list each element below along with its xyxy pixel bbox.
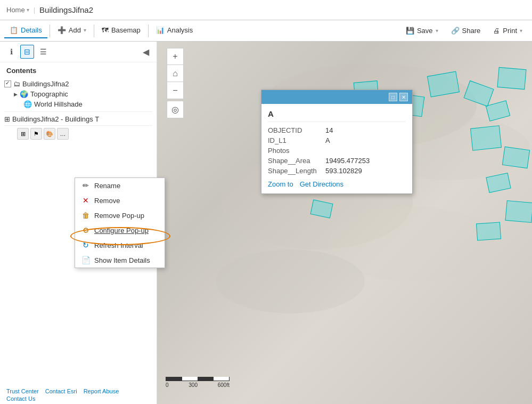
basemap-button[interactable]: 🗺 Basemap <box>96 23 146 38</box>
layer-icon-worldhillshade: 🌐 <box>23 100 32 108</box>
popup-key-photos: Photos <box>268 147 321 155</box>
popup-row-area: Shape__Area 19495.477253 <box>268 157 406 165</box>
refresh-interval-icon: ↻ <box>81 241 90 249</box>
zoom-out-icon: − <box>173 86 177 95</box>
tab-list[interactable]: ☰ <box>36 45 50 59</box>
popup-close-button[interactable]: ✕ <box>399 93 408 101</box>
details-button[interactable]: 📋 Details <box>4 23 47 38</box>
layer-item-buildingsjifna2[interactable]: 🗂 BuildingsJifna2 <box>4 79 152 89</box>
layer-icon-buildingsjifna2: 🗂 <box>13 80 20 88</box>
layer-tool-style[interactable]: 🎨 <box>44 128 55 140</box>
layer-label-buildingsjifna2: BuildingsJifna2 <box>22 80 69 88</box>
rename-icon: ✏ <box>81 181 90 190</box>
layer-tool-filter[interactable]: ⚑ <box>30 128 42 140</box>
print-icon: 🖨 <box>493 27 500 35</box>
print-button[interactable]: 🖨 Print ▾ <box>488 23 528 38</box>
ctx-remove-popup[interactable]: 🗑 Remove Pop-up <box>75 208 165 223</box>
layer-item-buildings-t[interactable]: ⊞ BuildingsJifna2 - Buildings T <box>4 114 152 124</box>
zoom-out-button[interactable]: − <box>167 82 184 99</box>
popup-links: Zoom to Get Directions <box>268 180 406 188</box>
remove-popup-icon: 🗑 <box>81 211 90 220</box>
footer-trust-center[interactable]: Trust Center <box>6 388 39 394</box>
share-button[interactable]: 🔗 Share <box>446 23 486 38</box>
top-nav: Home ▾ | BuildingsJifna2 <box>0 0 532 20</box>
sidebar-collapse-btn[interactable]: ◀ <box>140 46 152 58</box>
save-arrow: ▾ <box>436 28 438 34</box>
zoom-in-icon: + <box>173 52 177 61</box>
footer-contact-esri[interactable]: Contact Esri <box>45 388 77 394</box>
popup-key-idl1: ID_L1 <box>268 136 321 144</box>
footer-report-abuse[interactable]: Report Abuse <box>84 388 119 394</box>
basemap-icon: 🗺 <box>102 26 109 34</box>
footer-contact-us[interactable]: Contact Us <box>6 395 119 402</box>
share-label: Share <box>462 27 481 35</box>
ctx-configure-popup[interactable]: ⚙ Configure Pop-up <box>75 223 165 238</box>
layer-checkbox-buildingsjifna2[interactable] <box>4 80 11 87</box>
layer-label-topographic: Topographic <box>30 90 68 98</box>
locate-button[interactable]: ◎ <box>167 101 184 118</box>
scale-seg-3 <box>198 377 214 381</box>
toolbar-divider-1 <box>50 25 50 37</box>
remove-icon: ✕ <box>81 196 90 205</box>
add-icon: ➕ <box>58 26 66 34</box>
analysis-button[interactable]: 📊 Analysis <box>151 23 198 38</box>
locate-icon: ◎ <box>171 104 179 115</box>
popup-row-idl1: ID_L1 A <box>268 136 406 144</box>
popup-row-length: Shape__Length 593.102829 <box>268 167 406 175</box>
sidebar-tabs: ℹ ⊟ ☰ ◀ <box>0 42 157 62</box>
print-arrow: ▾ <box>520 28 522 34</box>
layer-item-topographic[interactable]: ▶ 🌍 Topographic <box>4 89 152 99</box>
print-label: Print <box>503 27 517 35</box>
layer-item-worldhillshade[interactable]: 🌐 World Hillshade <box>4 99 152 109</box>
page-title: BuildingsJifna2 <box>39 5 93 14</box>
scale-label-600: 600ft <box>218 382 230 388</box>
popup-key-area: Shape__Area <box>268 157 321 165</box>
home-link[interactable]: Home ▾ <box>6 6 29 14</box>
popup-val-length: 593.102829 <box>325 167 362 175</box>
home-label[interactable]: Home <box>6 6 25 14</box>
ctx-rename[interactable]: ✏ Rename <box>75 178 165 193</box>
scale-seg-2 <box>182 377 198 381</box>
building-7 <box>497 67 526 90</box>
toolbar-divider-2 <box>94 25 94 37</box>
add-button[interactable]: ➕ Add ▾ <box>52 23 92 38</box>
building-12 <box>470 125 502 151</box>
layer-tool-table[interactable]: ⊞ <box>17 128 29 140</box>
popup-row-photos: Photos <box>268 147 406 155</box>
layer-sub-toolbar: ⊞ ⚑ 🎨 … <box>4 125 152 142</box>
toolbar-right: 💾 Save ▾ 🔗 Share 🖨 Print ▾ <box>400 23 528 38</box>
ctx-show-item-details[interactable]: 📄 Show Item Details <box>75 253 165 268</box>
home-extent-button[interactable]: ⌂ <box>167 65 184 82</box>
zoom-to-link[interactable]: Zoom to <box>268 180 293 188</box>
ctx-remove[interactable]: ✕ Remove <box>75 193 165 208</box>
layer-icon-buildings-t: ⊞ <box>4 115 10 123</box>
save-button[interactable]: 💾 Save ▾ <box>400 23 444 38</box>
show-item-details-icon: 📄 <box>81 256 90 264</box>
tab-info[interactable]: ℹ <box>4 45 18 59</box>
layer-tool-more[interactable]: … <box>57 128 69 140</box>
get-directions-link[interactable]: Get Directions <box>300 180 343 188</box>
details-icon: 📋 <box>10 26 18 34</box>
ctx-configure-popup-label: Configure Pop-up <box>94 227 149 235</box>
scale-labels: 0 300 600ft <box>166 382 230 388</box>
tab-contents[interactable]: ⊟ <box>20 45 34 59</box>
layer-arrow-topographic[interactable]: ▶ <box>14 92 18 97</box>
zoom-in-button[interactable]: + <box>167 48 184 65</box>
popup-controls: □ ✕ <box>389 93 408 101</box>
context-menu: ✏ Rename ✕ Remove 🗑 Remove Pop-up ⚙ Conf… <box>75 177 165 268</box>
layer-label-buildings-t: BuildingsJifna2 - Buildings T <box>12 115 99 123</box>
layer-icon-topographic: 🌍 <box>20 90 28 98</box>
toolbar: 📋 Details ➕ Add ▾ 🗺 Basemap 📊 Analysis 💾… <box>0 20 532 42</box>
ctx-rename-label: Rename <box>94 182 120 190</box>
home-arrow: ▾ <box>27 7 29 13</box>
footer: Trust Center Contact Esri Report Abuse C… <box>0 388 125 402</box>
popup-restore-button[interactable]: □ <box>389 93 397 101</box>
sidebar: ℹ ⊟ ☰ ◀ Contents 🗂 BuildingsJifna2 ▶ 🌍 T… <box>0 42 157 404</box>
map-area[interactable]: + ⌂ − ◎ 0 300 600ft <box>157 42 532 404</box>
layer-label-worldhillshade: World Hillshade <box>34 100 83 108</box>
ctx-show-item-details-label: Show Item Details <box>94 256 150 264</box>
scale-line <box>166 377 230 381</box>
analysis-label: Analysis <box>167 26 193 34</box>
popup-key-objectid: OBJECTID <box>268 126 321 134</box>
ctx-refresh-interval[interactable]: ↻ Refresh Interval <box>75 238 165 253</box>
